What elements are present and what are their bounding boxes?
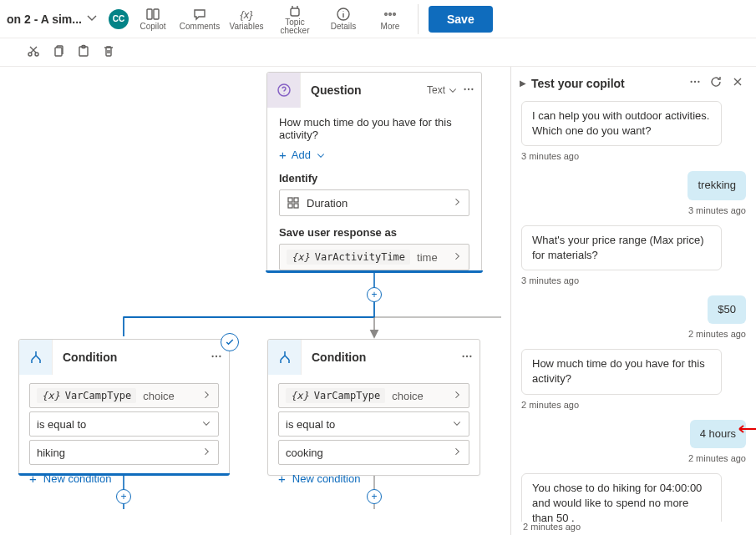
condition-value: hiking [37, 447, 65, 459]
svg-point-14 [468, 88, 469, 89]
svg-point-21 [216, 355, 217, 356]
question-icon [267, 73, 301, 108]
variable-name: VarCampType [65, 390, 131, 401]
svg-point-8 [35, 53, 38, 56]
condition-value-picker[interactable]: cooking [278, 440, 469, 465]
details-button[interactable]: Details [321, 1, 366, 38]
variables-icon: {x} [240, 7, 252, 22]
bot-message: I can help you with outdoor activities. … [521, 101, 722, 146]
svg-rect-1 [154, 9, 159, 19]
chevron-down-icon [452, 418, 462, 431]
condition-value-picker[interactable]: hiking [29, 440, 219, 465]
avatar[interactable]: CC [109, 9, 129, 29]
paste-button[interactable] [77, 44, 90, 60]
info-icon [336, 7, 351, 22]
operator-value: is equal to [37, 418, 86, 431]
annotation-arrow [736, 422, 756, 436]
add-label: Add [292, 149, 311, 161]
more-icon [383, 7, 398, 22]
bot-message: How much time do you have for this activ… [521, 349, 722, 394]
svg-point-13 [464, 88, 465, 89]
comments-button[interactable]: Comments [177, 1, 222, 38]
node-menu[interactable] [463, 83, 474, 98]
timestamp: 3 minutes ago [521, 151, 579, 161]
test-panel: ▶ Test your copilot I can help you with … [510, 67, 756, 535]
condition-operator-picker[interactable]: is equal to [278, 411, 469, 437]
node-menu[interactable] [461, 351, 473, 365]
variables-button[interactable]: {x} Variables [224, 1, 269, 38]
copilot-label: Copilot [140, 22, 165, 31]
svg-rect-16 [288, 198, 292, 202]
add-prompt-button[interactable]: + Add [279, 148, 326, 162]
condition-node-right[interactable]: Condition {x} VarCampType choice [267, 339, 480, 476]
close-button[interactable] [729, 73, 746, 93]
add-node-button[interactable]: + [367, 287, 382, 302]
chevron-right-icon [452, 251, 462, 264]
authoring-canvas[interactable]: Question Text How much time do you have … [0, 67, 510, 535]
svg-point-4 [385, 13, 388, 16]
node-menu[interactable] [211, 351, 222, 365]
svg-rect-9 [55, 48, 62, 56]
details-label: Details [331, 22, 357, 31]
svg-point-28 [698, 81, 699, 83]
bot-message: What's your price range (Max price) for … [521, 225, 722, 270]
panel-title: Test your copilot [531, 77, 682, 90]
operator-value: is equal to [286, 418, 335, 431]
condition-variable-picker[interactable]: {x} VarCampType choice [29, 383, 219, 408]
response-type-picker[interactable]: Text [427, 84, 458, 96]
separator [418, 4, 419, 34]
svg-point-25 [469, 355, 471, 356]
add-node-button[interactable]: + [367, 489, 382, 504]
chat-transcript[interactable]: I can help you with outdoor activities. … [511, 98, 756, 522]
condition-node-left[interactable]: Condition {x} VarCampType choice [18, 339, 230, 476]
panel-collapse-toggle[interactable]: ▶ [520, 78, 526, 88]
timestamp: 2 minutes ago [688, 329, 746, 339]
panel-menu[interactable] [688, 74, 703, 92]
new-condition-button[interactable]: + New condition [278, 472, 469, 486]
canvas-toolbar [0, 38, 756, 67]
chevron-right-icon [201, 447, 211, 459]
condition-variable-picker[interactable]: {x} VarCampType choice [278, 383, 469, 408]
topic-checker-button[interactable]: Topic checker [271, 1, 319, 38]
more-label: More [381, 22, 400, 31]
new-condition-label: New condition [292, 472, 361, 485]
svg-point-27 [694, 81, 696, 83]
svg-point-24 [466, 355, 468, 356]
save-button[interactable]: Save [429, 6, 493, 33]
condition-icon [19, 340, 53, 375]
variable-picker[interactable]: {x} VarActivityTime time [279, 244, 469, 270]
variable-type: choice [392, 390, 424, 402]
identify-value: Duration [307, 197, 348, 209]
svg-point-26 [690, 81, 692, 83]
response-type-label: Text [427, 84, 445, 96]
identify-label: Identify [279, 172, 469, 184]
chevron-down-icon [201, 418, 211, 431]
chevron-right-icon [201, 390, 211, 402]
variable-chip: {x} VarActivityTime [287, 250, 410, 265]
chevron-down-icon [448, 85, 458, 95]
timestamp: 3 minutes ago [688, 205, 746, 215]
variable-chip: {x} VarCampType [286, 388, 385, 403]
entity-icon [287, 196, 300, 209]
condition-icon [268, 340, 302, 375]
copy-button[interactable] [52, 44, 65, 60]
timestamp: 2 minutes ago [511, 522, 756, 535]
add-node-button[interactable]: + [116, 489, 131, 504]
question-node[interactable]: Question Text How much time do you have … [266, 72, 482, 272]
question-prompt[interactable]: How much time do you have for this activ… [279, 116, 469, 141]
delete-button[interactable] [102, 44, 115, 60]
command-bar: on 2 - A sim... CC Copilot Comments {x} … [0, 0, 756, 38]
svg-rect-17 [294, 198, 298, 202]
identify-picker[interactable]: Duration [279, 189, 469, 216]
svg-point-23 [462, 355, 464, 356]
more-button[interactable]: More [368, 1, 413, 38]
svg-rect-0 [147, 9, 152, 19]
svg-point-15 [471, 88, 473, 89]
condition-operator-picker[interactable]: is equal to [29, 411, 219, 437]
copilot-button[interactable]: Copilot [130, 1, 175, 38]
topic-dropdown[interactable] [84, 9, 100, 28]
variable-name: VarActivityTime [315, 251, 405, 263]
cut-button[interactable] [27, 44, 40, 60]
condition-title: Condition [53, 351, 211, 364]
reset-button[interactable] [708, 73, 724, 93]
